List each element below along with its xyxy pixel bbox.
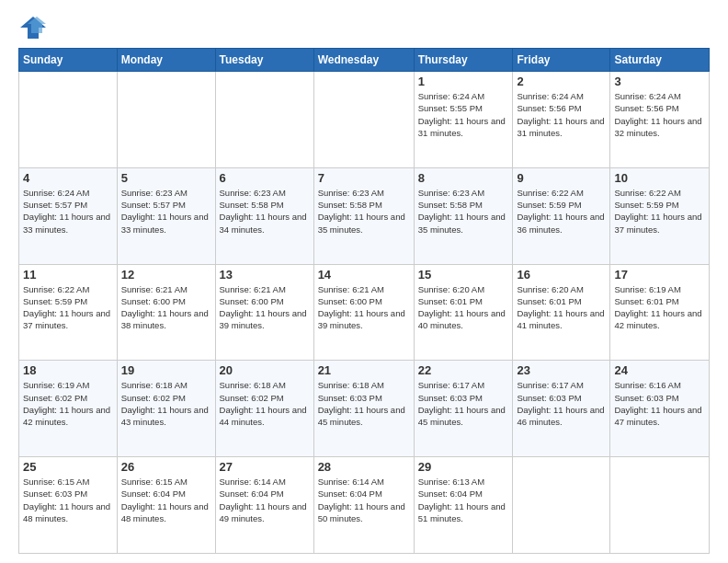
day-number: 18	[23, 363, 113, 377]
header-cell-friday: Friday	[513, 49, 610, 72]
day-cell: 27Sunrise: 6:14 AM Sunset: 6:04 PM Dayli…	[215, 457, 313, 554]
day-info: Sunrise: 6:16 AM Sunset: 6:03 PM Dayligh…	[614, 379, 705, 428]
day-cell: 6Sunrise: 6:23 AM Sunset: 5:58 PM Daylig…	[215, 167, 313, 264]
day-cell: 21Sunrise: 6:18 AM Sunset: 6:03 PM Dayli…	[313, 361, 414, 457]
day-cell: 7Sunrise: 6:23 AM Sunset: 5:58 PM Daylig…	[313, 167, 414, 264]
day-info: Sunrise: 6:18 AM Sunset: 6:02 PM Dayligh…	[220, 379, 310, 428]
day-number: 16	[517, 268, 606, 282]
day-info: Sunrise: 6:13 AM Sunset: 6:04 PM Dayligh…	[418, 476, 509, 524]
day-info: Sunrise: 6:22 AM Sunset: 5:59 PM Dayligh…	[23, 283, 113, 332]
day-number: 3	[614, 75, 705, 88]
day-cell: 18Sunrise: 6:19 AM Sunset: 6:02 PM Dayli…	[19, 361, 118, 457]
day-cell: 15Sunrise: 6:20 AM Sunset: 6:01 PM Dayli…	[414, 264, 513, 361]
week-row-4: 25Sunrise: 6:15 AM Sunset: 6:03 PM Dayli…	[19, 457, 710, 554]
day-cell	[313, 72, 414, 168]
day-number: 10	[614, 171, 705, 185]
day-cell	[215, 72, 313, 168]
day-cell: 24Sunrise: 6:16 AM Sunset: 6:03 PM Dayli…	[610, 361, 710, 457]
day-cell: 1Sunrise: 6:24 AM Sunset: 5:55 PM Daylig…	[414, 72, 513, 168]
day-info: Sunrise: 6:20 AM Sunset: 6:01 PM Dayligh…	[517, 283, 606, 332]
day-number: 6	[220, 171, 310, 185]
day-info: Sunrise: 6:17 AM Sunset: 6:03 PM Dayligh…	[418, 379, 509, 428]
day-number: 25	[23, 460, 113, 474]
day-cell: 12Sunrise: 6:21 AM Sunset: 6:00 PM Dayli…	[117, 264, 215, 361]
day-info: Sunrise: 6:18 AM Sunset: 6:02 PM Dayligh…	[121, 379, 211, 428]
day-cell: 28Sunrise: 6:14 AM Sunset: 6:04 PM Dayli…	[313, 457, 414, 554]
day-cell: 20Sunrise: 6:18 AM Sunset: 6:02 PM Dayli…	[215, 361, 313, 457]
day-cell: 10Sunrise: 6:22 AM Sunset: 5:59 PM Dayli…	[610, 167, 710, 264]
day-cell: 13Sunrise: 6:21 AM Sunset: 6:00 PM Dayli…	[215, 264, 313, 361]
week-row-1: 4Sunrise: 6:24 AM Sunset: 5:57 PM Daylig…	[19, 167, 710, 264]
day-info: Sunrise: 6:24 AM Sunset: 5:56 PM Dayligh…	[517, 90, 606, 139]
day-cell: 22Sunrise: 6:17 AM Sunset: 6:03 PM Dayli…	[414, 361, 513, 457]
day-number: 17	[614, 268, 705, 282]
day-number: 12	[121, 268, 211, 282]
day-info: Sunrise: 6:14 AM Sunset: 6:04 PM Dayligh…	[318, 476, 410, 524]
day-info: Sunrise: 6:22 AM Sunset: 5:59 PM Dayligh…	[517, 187, 606, 236]
day-number: 5	[121, 171, 211, 185]
day-info: Sunrise: 6:15 AM Sunset: 6:04 PM Dayligh…	[121, 476, 211, 524]
day-number: 23	[517, 363, 606, 377]
day-number: 1	[418, 75, 509, 88]
day-info: Sunrise: 6:23 AM Sunset: 5:58 PM Dayligh…	[318, 187, 410, 236]
day-number: 22	[418, 363, 509, 377]
header-row: SundayMondayTuesdayWednesdayThursdayFrid…	[19, 49, 710, 72]
day-number: 11	[23, 268, 113, 282]
header-cell-monday: Monday	[117, 49, 215, 72]
day-info: Sunrise: 6:23 AM Sunset: 5:58 PM Dayligh…	[418, 187, 509, 236]
day-number: 8	[418, 171, 509, 185]
day-cell: 8Sunrise: 6:23 AM Sunset: 5:58 PM Daylig…	[414, 167, 513, 264]
page: SundayMondayTuesdayWednesdayThursdayFrid…	[0, 0, 728, 563]
day-cell: 5Sunrise: 6:23 AM Sunset: 5:57 PM Daylig…	[117, 167, 215, 264]
day-info: Sunrise: 6:24 AM Sunset: 5:56 PM Dayligh…	[614, 90, 705, 139]
week-row-0: 1Sunrise: 6:24 AM Sunset: 5:55 PM Daylig…	[19, 72, 710, 168]
day-info: Sunrise: 6:22 AM Sunset: 5:59 PM Dayligh…	[614, 187, 705, 236]
day-number: 2	[517, 75, 606, 88]
day-number: 19	[121, 363, 211, 377]
day-info: Sunrise: 6:14 AM Sunset: 6:04 PM Dayligh…	[220, 476, 310, 524]
day-cell: 25Sunrise: 6:15 AM Sunset: 6:03 PM Dayli…	[19, 457, 118, 554]
day-info: Sunrise: 6:20 AM Sunset: 6:01 PM Dayligh…	[418, 283, 509, 332]
day-info: Sunrise: 6:24 AM Sunset: 5:55 PM Dayligh…	[418, 90, 509, 139]
header-cell-thursday: Thursday	[414, 49, 513, 72]
day-info: Sunrise: 6:19 AM Sunset: 6:02 PM Dayligh…	[23, 379, 113, 428]
day-info: Sunrise: 6:18 AM Sunset: 6:03 PM Dayligh…	[318, 379, 410, 428]
day-cell: 9Sunrise: 6:22 AM Sunset: 5:59 PM Daylig…	[513, 167, 610, 264]
day-info: Sunrise: 6:21 AM Sunset: 6:00 PM Dayligh…	[318, 283, 410, 332]
day-number: 4	[23, 171, 113, 185]
header-cell-sunday: Sunday	[19, 49, 118, 72]
day-cell: 14Sunrise: 6:21 AM Sunset: 6:00 PM Dayli…	[313, 264, 414, 361]
day-cell: 29Sunrise: 6:13 AM Sunset: 6:04 PM Dayli…	[414, 457, 513, 554]
day-cell: 23Sunrise: 6:17 AM Sunset: 6:03 PM Dayli…	[513, 361, 610, 457]
header	[18, 15, 710, 40]
logo-icon	[18, 15, 48, 40]
header-cell-tuesday: Tuesday	[215, 49, 313, 72]
day-info: Sunrise: 6:17 AM Sunset: 6:03 PM Dayligh…	[517, 379, 606, 428]
day-number: 13	[220, 268, 310, 282]
calendar-body: 1Sunrise: 6:24 AM Sunset: 5:55 PM Daylig…	[19, 72, 710, 554]
day-cell	[117, 72, 215, 168]
day-cell: 16Sunrise: 6:20 AM Sunset: 6:01 PM Dayli…	[513, 264, 610, 361]
logo	[18, 15, 51, 40]
day-number: 20	[220, 363, 310, 377]
week-row-2: 11Sunrise: 6:22 AM Sunset: 5:59 PM Dayli…	[19, 264, 710, 361]
day-cell: 3Sunrise: 6:24 AM Sunset: 5:56 PM Daylig…	[610, 72, 710, 168]
day-cell: 17Sunrise: 6:19 AM Sunset: 6:01 PM Dayli…	[610, 264, 710, 361]
day-info: Sunrise: 6:19 AM Sunset: 6:01 PM Dayligh…	[614, 283, 705, 332]
day-number: 27	[220, 460, 310, 474]
day-cell: 2Sunrise: 6:24 AM Sunset: 5:56 PM Daylig…	[513, 72, 610, 168]
calendar-table: SundayMondayTuesdayWednesdayThursdayFrid…	[18, 48, 710, 554]
day-info: Sunrise: 6:23 AM Sunset: 5:57 PM Dayligh…	[121, 187, 211, 236]
week-row-3: 18Sunrise: 6:19 AM Sunset: 6:02 PM Dayli…	[19, 361, 710, 457]
day-number: 24	[614, 363, 705, 377]
day-cell: 11Sunrise: 6:22 AM Sunset: 5:59 PM Dayli…	[19, 264, 118, 361]
day-number: 21	[318, 363, 410, 377]
day-cell	[610, 457, 710, 554]
day-number: 29	[418, 460, 509, 474]
day-cell	[19, 72, 118, 168]
day-number: 15	[418, 268, 509, 282]
day-number: 28	[318, 460, 410, 474]
day-info: Sunrise: 6:23 AM Sunset: 5:58 PM Dayligh…	[220, 187, 310, 236]
header-cell-wednesday: Wednesday	[313, 49, 414, 72]
header-cell-saturday: Saturday	[610, 49, 710, 72]
